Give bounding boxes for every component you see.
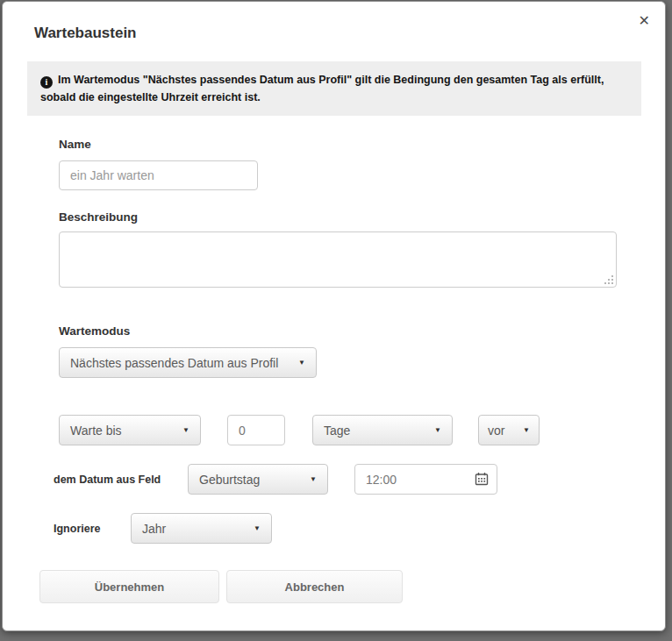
- wait-until-select[interactable]: Warte bis ▼: [59, 415, 201, 445]
- ignore-select[interactable]: Jahr ▼: [131, 513, 272, 544]
- date-field-select[interactable]: Geburtstag ▼: [188, 464, 328, 495]
- direction-select[interactable]: vor ▼: [478, 415, 540, 445]
- ignore-selected: Jahr: [142, 522, 166, 536]
- time-field-wrap: [354, 464, 497, 495]
- info-message: iIm Wartemodus "Nächstes passendes Datum…: [27, 61, 641, 116]
- unit-select[interactable]: Tage ▼: [312, 415, 453, 445]
- calendar-icon[interactable]: [475, 472, 489, 486]
- date-field-selected: Geburtstag: [199, 473, 260, 487]
- dialog-title: Wartebaustein: [34, 25, 137, 42]
- description-textarea[interactable]: [59, 231, 617, 288]
- unit-selected: Tage: [324, 424, 350, 438]
- close-icon[interactable]: ✕: [639, 14, 650, 28]
- chevron-down-icon: ▼: [310, 475, 317, 483]
- wait-mode-selected: Nächstes passendes Datum aus Profil: [70, 356, 278, 370]
- wait-until-selected: Warte bis: [70, 424, 122, 438]
- name-label: Name: [59, 138, 91, 151]
- cancel-button[interactable]: Abbrechen: [226, 570, 403, 603]
- date-field-label: dem Datum aus Feld: [54, 464, 161, 495]
- offset-input[interactable]: [227, 415, 285, 445]
- chevron-down-icon: ▼: [182, 426, 189, 434]
- wait-mode-label: Wartemodus: [59, 324, 130, 338]
- info-message-text: Im Wartemodus "Nächstes passendes Datum …: [40, 74, 604, 103]
- chevron-down-icon: ▼: [254, 524, 261, 532]
- chevron-down-icon: ▼: [523, 426, 530, 434]
- description-field-wrap: [59, 231, 617, 288]
- modal-backdrop: Wartebaustein ✕ iIm Wartemodus "Nächstes…: [0, 0, 672, 641]
- info-icon: i: [40, 76, 53, 89]
- name-input[interactable]: [59, 160, 258, 190]
- apply-button[interactable]: Übernehmen: [39, 570, 219, 603]
- wartebaustein-dialog: Wartebaustein ✕ iIm Wartemodus "Nächstes…: [2, 1, 666, 631]
- ignore-label: Ignoriere: [54, 513, 101, 544]
- description-label: Beschreibung: [59, 210, 138, 224]
- resize-grip-icon[interactable]: [611, 282, 613, 284]
- direction-selected: vor: [488, 424, 504, 438]
- wait-mode-select[interactable]: Nächstes passendes Datum aus Profil ▼: [59, 347, 317, 378]
- chevron-down-icon: ▼: [298, 359, 305, 367]
- chevron-down-icon: ▼: [434, 426, 441, 434]
